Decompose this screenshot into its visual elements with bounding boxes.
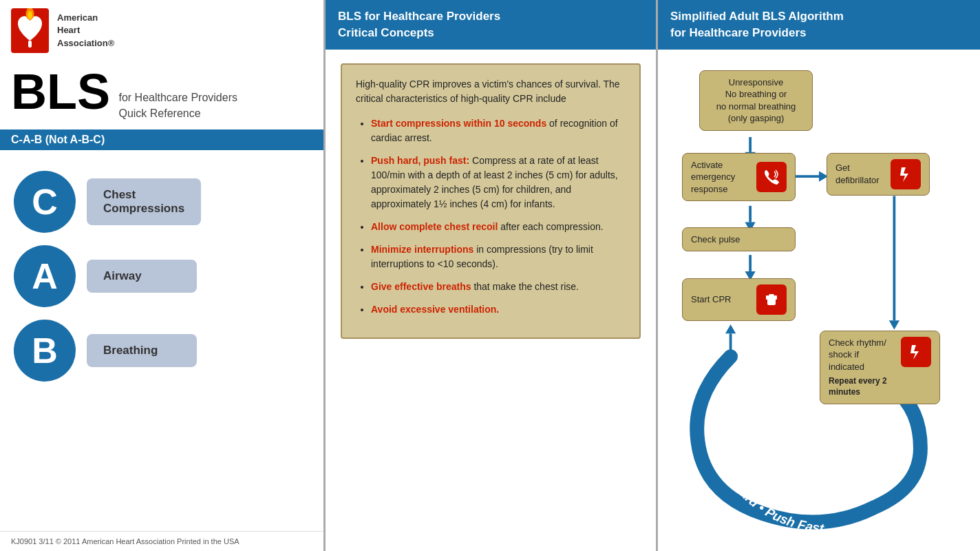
middle-panel: BLS for Healthcare Providers Critical Co… [326,0,656,551]
svg-rect-1 [28,41,32,48]
right-header: Simplified Adult BLS Algorithm for Healt… [658,0,980,50]
bls-letters: BLS [11,64,110,119]
cab-item-b: B Breathing [14,320,310,382]
bullet-list: Start compressions within 10 seconds of … [356,116,626,317]
bullet-3-rest: after each compression. [500,221,603,232]
cab-circle-c: C [14,171,76,233]
svg-rect-21 [774,295,777,300]
org-name: American Heart Association® [57,12,114,50]
cab-label-chest: ChestCompressions [87,178,201,225]
shock-title: Check rhythm/shock ifindicated [829,337,895,373]
start-cpr-text: Start CPR [691,293,751,306]
bullet-6: Avoid excessive ventilation. [371,302,626,317]
svg-rect-20 [766,295,769,300]
logo-area: American Heart Association® [0,0,323,61]
node-defibrillator: Get defibrillator [827,153,930,196]
intro-text: High-quality CPR improves a victim's cha… [356,77,626,107]
cab-circle-a: A [14,245,76,307]
shock-text: Check rhythm/shock ifindicated Repeat ev… [829,337,895,398]
cab-label-airway: Airway [87,260,197,293]
node-unresponsive: UnresponsiveNo breathing orno normal bre… [699,70,813,131]
org-line3: Association® [57,37,114,50]
shock-icon [901,337,931,367]
node-check-pulse: Check pulse [682,227,796,252]
bullet-3-bold: Allow complete chest recoil [371,221,498,232]
svg-rect-19 [769,294,774,300]
middle-content: High-quality CPR improves a victim's cha… [326,50,656,551]
middle-header-line1: BLS for Healthcare Providers [338,8,643,25]
svg-marker-13 [889,320,899,329]
check-pulse-text: Check pulse [691,234,741,245]
bls-subtitle-line2: Quick Reference [118,106,237,121]
algo-container: Push Hard • Push Fast UnresponsiveNo bre… [672,63,966,532]
bullet-6-bold: Avoid excessive ventilation. [371,304,499,315]
right-header-line2: for Healthcare Providers [670,25,968,41]
bullet-1: Start compressions within 10 seconds of … [371,116,626,145]
activate-text: Activate emergency response [691,159,751,196]
node-activate: Activate emergency response [682,153,796,202]
middle-header-line2: Critical Concepts [338,25,643,41]
right-header-line1: Simplified Adult BLS Algorithm [670,8,968,25]
node-shock: Check rhythm/shock ifindicated Repeat ev… [820,331,940,404]
cab-bar: C-A-B (Not A-B-C) [0,129,323,150]
bullet-4-bold: Minimize interruptions [371,244,473,255]
bls-subtitle-line1: for Healthcare Providers [118,90,237,105]
svg-text:Push Hard • Push Fast: Push Hard • Push Fast [714,451,825,532]
node-start-cpr: Start CPR [682,278,796,321]
defibrillator-icon [891,159,921,189]
right-panel: Simplified Adult BLS Algorithm for Healt… [658,0,980,551]
bullet-3: Allow complete chest recoil after each c… [371,220,626,234]
content-box: High-quality CPR improves a victim's cha… [341,63,641,339]
shock-repeat: Repeat every 2 minutes [829,375,895,397]
cab-item-c: C ChestCompressions [14,171,310,233]
svg-marker-16 [725,324,736,333]
algorithm-area: Push Hard • Push Fast UnresponsiveNo bre… [658,50,980,551]
unresponsive-text: UnresponsiveNo breathing orno normal bre… [716,77,796,124]
footer-text: KJ0901 3/11 © 2011 American Heart Associ… [0,531,323,551]
org-line1: American [57,12,114,24]
bullet-1-bold: Start compressions within 10 seconds [371,118,546,129]
middle-header: BLS for Healthcare Providers Critical Co… [326,0,656,50]
svg-point-3 [28,11,32,19]
bullet-5: Give effective breaths that make the che… [371,280,626,294]
phone-icon [756,162,787,192]
cab-label-breathing: Breathing [87,334,197,367]
defibrillator-text: Get defibrillator [835,162,885,186]
bullet-5-bold: Give effective breaths [371,281,471,292]
org-line2: Heart [57,24,114,37]
bls-title: BLS for Healthcare Providers Quick Refer… [0,61,323,129]
cab-circle-b: B [14,320,76,382]
left-panel: American Heart Association® BLS for Heal… [0,0,323,551]
cab-bar-label: C-A-B (Not A-B-C) [11,134,105,145]
aha-logo-icon [11,8,49,53]
cpr-icon [756,284,787,315]
bls-subtitle: for Healthcare Providers Quick Reference [118,90,237,121]
cab-items: C ChestCompressions A Airway B Breathing [0,150,323,531]
bullet-2-bold: Push hard, push fast: [371,155,469,166]
bullet-4: Minimize interruptions in compressions (… [371,242,626,271]
cab-item-a: A Airway [14,245,310,307]
bullet-5-rest: that make the chest rise. [473,281,579,292]
bullet-2: Push hard, push fast: Compress at a rate… [371,154,626,211]
